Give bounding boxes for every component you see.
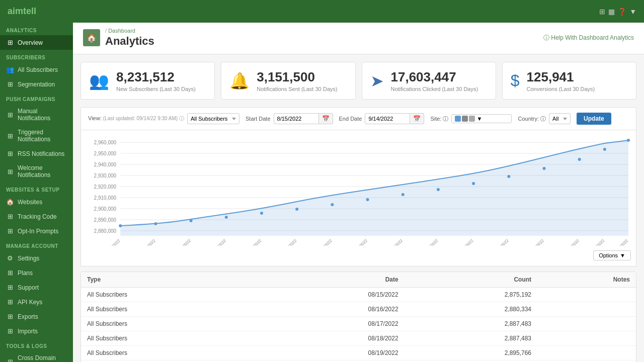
site-dropdown-icon: ▼ — [476, 116, 482, 122]
stat-number-notifications-sent: 3,151,500 — [257, 69, 337, 85]
table-cell-date: 08/20/2022 — [260, 360, 404, 363]
table-cell-notes — [537, 331, 636, 346]
sidebar-item-icon-opt-in-prompts: ⊞ — [6, 227, 14, 235]
sidebar-item-icon-support: ⊞ — [6, 284, 14, 291]
help-link-text: Help With Dashboard Analytics — [551, 34, 634, 41]
sidebar-item-label-support: Support — [18, 284, 39, 291]
table-cell-count: 2,875,192 — [405, 288, 537, 302]
home-icon[interactable]: 🏠 — [83, 29, 100, 46]
svg-text:2,890,000: 2,890,000 — [94, 217, 117, 223]
svg-text:09/08/2022: 09/08/2022 — [527, 238, 545, 246]
sidebar-item-icon-segmentation: ⊞ — [6, 80, 14, 88]
site-select[interactable]: ▼ — [451, 114, 512, 123]
chart-options-row: Options ▼ — [86, 247, 631, 263]
sidebar-section-websites-&-setup: WEBSITES & SETUP — [0, 182, 73, 195]
stat-icon-notifications-sent: 🔔 — [229, 71, 250, 90]
breadcrumb-separator: / — [105, 28, 107, 34]
breadcrumb-link[interactable]: Dashboard — [108, 28, 135, 34]
table-row: All Subscribers 08/20/2022 2,900,670 — [81, 360, 636, 363]
stat-label-notifications-clicked: Notifications Clicked (Last 30 Days) — [391, 86, 478, 92]
end-date-input[interactable] — [365, 113, 410, 124]
table-cell-date: 08/18/2022 — [260, 331, 404, 346]
sidebar-item-label-plans: Plans — [18, 269, 33, 277]
stat-number-notifications-clicked: 17,603,447 — [391, 69, 478, 85]
svg-text:09/06/2022: 09/06/2022 — [492, 238, 510, 246]
help-link[interactable]: ⓘ Help With Dashboard Analytics — [543, 34, 634, 42]
page-header-left: 🏠 / Dashboard Analytics — [83, 28, 154, 48]
grid-icon[interactable]: ⊞ — [599, 8, 605, 16]
stat-info-subscribers: 8,231,512 New Subscribers (Last 30 Days) — [116, 69, 196, 92]
table-cell-date: 08/17/2022 — [260, 317, 404, 331]
svg-point-32 — [603, 148, 606, 151]
table-cell-date: 08/16/2022 — [260, 302, 404, 317]
site-dot-2 — [462, 116, 468, 122]
options-label: Options — [599, 252, 618, 258]
filter-bar: View: (Last updated: 09/14/22 9:30 AM) ⓘ… — [80, 107, 636, 130]
chart-area: 2,960,000 2,950,000 2,940,000 2,930,000 … — [80, 130, 636, 266]
site-dot-3 — [469, 116, 475, 122]
top-nav-right: ⊞ ▦ ❓ ▼ — [599, 8, 636, 16]
grid-icon-2[interactable]: ▦ — [608, 8, 615, 16]
svg-text:08/15/2022: 08/15/2022 — [104, 238, 121, 246]
sidebar-item-websites[interactable]: 🏠Websites — [0, 195, 73, 209]
sidebar-item-settings[interactable]: ⚙Settings — [0, 251, 73, 265]
sidebar-item-api-keys[interactable]: ⊞API Keys — [0, 295, 73, 309]
sidebar-item-icon-all-subscribers: 👥 — [6, 66, 14, 73]
sidebar-item-rss-notifications[interactable]: ⊞RSS Notifications — [0, 146, 73, 161]
site-label: Site: ⓘ — [430, 115, 448, 123]
table-cell-type: All Subscribers — [81, 317, 260, 331]
stat-info-conversions: 125,941 Conversions (Last 30 Days) — [527, 69, 595, 92]
end-date-calendar-btn[interactable]: 📅 — [410, 113, 424, 124]
start-date-label: Start Date — [246, 116, 271, 122]
sidebar-item-welcome-notifications[interactable]: ⊞Welcome Notifications — [0, 161, 73, 182]
stat-icon-subscribers: 👥 — [89, 71, 109, 90]
dropdown-icon[interactable]: ▼ — [629, 8, 636, 16]
svg-point-30 — [543, 167, 546, 170]
country-select[interactable]: All — [549, 113, 571, 124]
stat-card-notifications-clicked: ➤ 17,603,447 Notifications Clicked (Last… — [362, 62, 496, 100]
sidebar-item-overview[interactable]: ⊞Overview — [0, 35, 73, 50]
sidebar-item-label-tracking-code: Tracking Code — [18, 213, 57, 220]
svg-text:08/25/2022: 08/25/2022 — [280, 238, 298, 246]
sidebar-item-manual-notifications[interactable]: ⊞Manual Notifications — [0, 104, 73, 125]
update-button[interactable]: Update — [577, 113, 611, 125]
table-row: All Subscribers 08/18/2022 2,887,483 — [81, 331, 636, 346]
help-icon[interactable]: ❓ — [618, 8, 626, 16]
sidebar-item-segmentation[interactable]: ⊞Segmentation — [0, 77, 73, 92]
table-cell-type: All Subscribers — [81, 346, 260, 360]
table-cell-date: 08/19/2022 — [260, 346, 404, 360]
view-select[interactable]: All Subscribers — [187, 113, 239, 124]
stat-number-subscribers: 8,231,512 — [116, 69, 196, 85]
stat-label-conversions: Conversions (Last 30 Days) — [527, 86, 595, 92]
svg-text:2,900,000: 2,900,000 — [94, 206, 117, 212]
start-date-calendar-btn[interactable]: 📅 — [319, 113, 333, 124]
sidebar-item-support[interactable]: ⊞Support — [0, 280, 73, 295]
table-row: All Subscribers 08/17/2022 2,887,483 — [81, 317, 636, 331]
start-date-input[interactable] — [274, 113, 319, 124]
options-button[interactable]: Options ▼ — [593, 250, 631, 260]
end-date-group: End Date 📅 — [339, 113, 425, 124]
sidebar-item-opt-in-prompts[interactable]: ⊞Opt-In Prompts — [0, 224, 73, 238]
table-row: All Subscribers 08/19/2022 2,895,766 — [81, 346, 636, 360]
sidebar-item-exports[interactable]: ⊞Exports — [0, 309, 73, 324]
stat-cards: 👥 8,231,512 New Subscribers (Last 30 Day… — [73, 54, 644, 107]
end-date-input-group: 📅 — [365, 113, 424, 124]
sidebar-item-cross-domain[interactable]: ⊞Cross Domain Tracking — [0, 351, 73, 362]
site-filter-group: Site: ⓘ ▼ — [430, 114, 512, 123]
stat-info-notifications-sent: 3,151,500 Notifications Sent (Last 30 Da… — [257, 69, 337, 92]
sidebar-item-plans[interactable]: ⊞Plans — [0, 265, 73, 280]
svg-text:08/17/2022: 08/17/2022 — [139, 238, 156, 246]
stat-card-notifications-sent: 🔔 3,151,500 Notifications Sent (Last 30 … — [221, 62, 355, 100]
data-table: Type Date Count Notes All Subscribers 08… — [81, 272, 636, 362]
sidebar-item-label-websites: Websites — [18, 199, 42, 206]
page-header: 🏠 / Dashboard Analytics ⓘ Help With Dash… — [73, 23, 644, 54]
sidebar-item-tracking-code[interactable]: ⊞Tracking Code — [0, 209, 73, 224]
sidebar-item-imports[interactable]: ⊞Imports — [0, 324, 73, 338]
sidebar-item-triggered-notifications[interactable]: ⊞Triggered Notifications — [0, 125, 73, 146]
svg-text:09/14/2022: 09/14/2022 — [612, 238, 629, 246]
svg-text:09/10/2022: 09/10/2022 — [562, 238, 580, 246]
col-count: Count — [405, 272, 537, 288]
sidebar-item-all-subscribers[interactable]: 👥All Subscribers — [0, 62, 73, 77]
svg-point-24 — [331, 203, 334, 206]
svg-text:08/19/2022: 08/19/2022 — [174, 238, 192, 246]
